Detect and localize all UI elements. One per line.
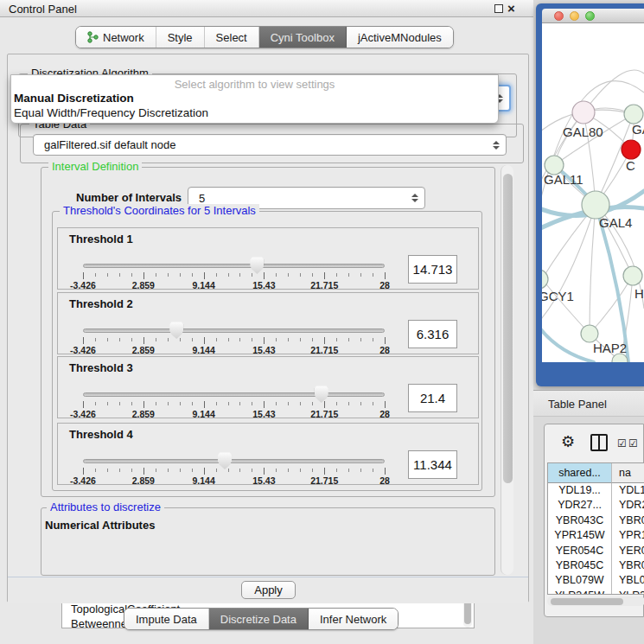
minimize-traffic-light[interactable] [570, 11, 579, 21]
float-window-icon[interactable] [494, 4, 503, 13]
threshold-slider-2[interactable]: -3.426 2.859 9.144 15.43 21.715 28 [83, 324, 385, 354]
table-row[interactable]: YDL19... YDL1 [548, 483, 644, 498]
tick-label: 15.43 [252, 345, 275, 355]
intervals-value: 5 [199, 192, 205, 205]
table-row[interactable]: YPR145W YPR1 [548, 528, 644, 543]
table-row[interactable]: YBR043C YBR0 [548, 513, 644, 528]
tab-cyni-toolbox[interactable]: Cyni Toolbox [259, 27, 347, 48]
content-scrollbar[interactable] [501, 165, 513, 575]
column-header-shared[interactable]: shared... [548, 463, 612, 483]
table-row[interactable]: YLR345W YLR3 [548, 589, 644, 595]
slider-thumb[interactable] [169, 322, 183, 339]
tab-impute-data[interactable]: Impute Data [124, 609, 209, 629]
tab-jactivemnodules[interactable]: jActiveMNodules [347, 27, 453, 48]
threshold-panel-2: Threshold 2 -3.426 2.859 9.144 15. [57, 292, 479, 354]
threshold-slider-1[interactable]: -3.426 2.859 9.144 15.43 21.715 28 [83, 259, 385, 289]
threshold-label: Threshold 4 [69, 428, 133, 441]
column-header-name[interactable]: na [612, 463, 644, 483]
zoom-traffic-light[interactable] [585, 11, 595, 21]
cell[interactable]: YER0 [612, 544, 644, 558]
cell[interactable]: YBL079W [548, 573, 612, 588]
panel-title: Control Panel [9, 3, 77, 16]
cell[interactable]: YPR1 [612, 528, 644, 543]
cell[interactable]: YBL0 [612, 573, 644, 588]
tick-label: 2.859 [132, 409, 155, 419]
cell[interactable]: YER054C [548, 544, 612, 558]
tab-discretize-data[interactable]: Discretize Data [209, 609, 309, 629]
threshold-value-field[interactable]: 21.4 [408, 384, 457, 412]
table-row[interactable]: YER054C YER0 [548, 544, 644, 558]
cell[interactable]: YDR27... [548, 498, 612, 513]
cell[interactable]: YLR3 [612, 589, 644, 595]
table-panel: ⚙ ☑ ☑ shared... na YDL19... YDL1 YDR27..… [544, 424, 644, 617]
threshold-label: Threshold 1 [69, 233, 133, 245]
checkbox-icon[interactable]: ☑ [628, 437, 638, 450]
table-panel-title: Table Panel [548, 398, 607, 411]
threshold-value-field[interactable]: 14.713 [408, 255, 457, 284]
table-horizontal-scrollbar[interactable] [547, 596, 644, 606]
cell[interactable]: YBR0 [612, 558, 644, 573]
slider-thumb[interactable] [218, 452, 232, 469]
close-traffic-light[interactable] [554, 11, 564, 21]
cell[interactable]: YBR045C [548, 558, 612, 573]
network-window-titlebar[interactable] [542, 9, 644, 23]
node-attribute-table[interactable]: shared... na YDL19... YDL1 YDR27... YDR2… [547, 462, 644, 595]
table-panel-header: Table Panel [533, 390, 644, 417]
table-row[interactable]: YDR27... YDR2 [548, 498, 644, 513]
node-label-gcy1: GCY1 [542, 289, 574, 303]
threshold-value-field[interactable]: 6.316 [408, 320, 457, 348]
network-canvas[interactable]: GAL80 GAL11 GAL4 GCY1 HAP2 GA C H [542, 23, 644, 362]
table-data-combobox[interactable]: galFiltered.sif default node [33, 134, 507, 156]
node-partial-top [624, 105, 643, 124]
threshold-value-field[interactable]: 11.344 [408, 450, 457, 479]
popup-placeholder: Select algorithm to view settings [11, 75, 498, 91]
apply-button[interactable]: Apply [241, 581, 296, 599]
node-gal80 [572, 101, 595, 124]
slider-thumb[interactable] [315, 386, 328, 403]
node-label-partial-right: H [634, 286, 644, 301]
threshold-label: Threshold 2 [69, 297, 133, 310]
attributes-group-title: Attributes to discretize [47, 501, 164, 513]
scrollbar-thumb[interactable] [551, 598, 623, 605]
cell[interactable]: YDR2 [612, 498, 644, 513]
cell[interactable]: YPR145W [548, 528, 612, 543]
network-icon [87, 31, 99, 43]
threshold-panel-1: Threshold 1 -3.426 2.859 9.144 15. [57, 227, 479, 290]
tab-label: Cyni Toolbox [271, 31, 335, 44]
slider-thumb[interactable] [250, 257, 264, 274]
cell[interactable]: YBR043C [548, 513, 612, 528]
threshold-label: Threshold 3 [69, 361, 133, 374]
table-row[interactable]: YBL079W YBL0 [548, 573, 644, 588]
cell[interactable]: YDL1 [612, 483, 644, 498]
slider-track[interactable] [83, 264, 385, 268]
thresholds-group-title: Threshold's Coordinates for 5 Intervals [60, 204, 259, 217]
node-label-gal4: GAL4 [599, 215, 632, 230]
tab-network[interactable]: Network [76, 27, 156, 48]
close-icon[interactable]: × [507, 1, 515, 16]
scrollbar-thumb[interactable] [503, 174, 513, 483]
gear-icon[interactable]: ⚙ [561, 433, 575, 450]
tick-label: 2.859 [132, 280, 155, 290]
tick-label: 28 [379, 409, 390, 419]
popup-option-manual[interactable]: Manual Discretization [11, 91, 498, 105]
tab-select[interactable]: Select [205, 27, 259, 48]
split-columns-icon[interactable] [590, 434, 608, 451]
number-of-intervals-label: Number of Intervals [76, 191, 182, 204]
tick-label: -3.426 [70, 409, 96, 419]
slider-track[interactable] [83, 459, 385, 463]
threshold-slider-4[interactable]: -3.426 2.859 9.144 15.43 21.715 28 [83, 455, 385, 484]
slider-track[interactable] [83, 392, 385, 397]
tab-infer-network[interactable]: Infer Network [309, 609, 398, 629]
cell[interactable]: YDL19... [548, 483, 612, 498]
cell[interactable]: YLR345W [548, 589, 612, 595]
tick-label: -3.426 [70, 475, 96, 486]
popup-option-equal-width[interactable]: Equal Width/Frequency Discretization [11, 105, 498, 120]
checkbox-icon[interactable]: ☑ [617, 437, 627, 450]
tab-style[interactable]: Style [156, 27, 205, 48]
slider-ticks: -3.426 2.859 9.144 15.43 21.715 28 [83, 401, 385, 408]
threshold-slider-3[interactable]: -3.426 2.859 9.144 15.43 21.715 28 [83, 388, 385, 418]
tick-label: -3.426 [70, 280, 96, 290]
cell[interactable]: YBR0 [612, 513, 644, 528]
slider-track[interactable] [83, 328, 385, 333]
table-row[interactable]: YBR045C YBR0 [548, 558, 644, 573]
